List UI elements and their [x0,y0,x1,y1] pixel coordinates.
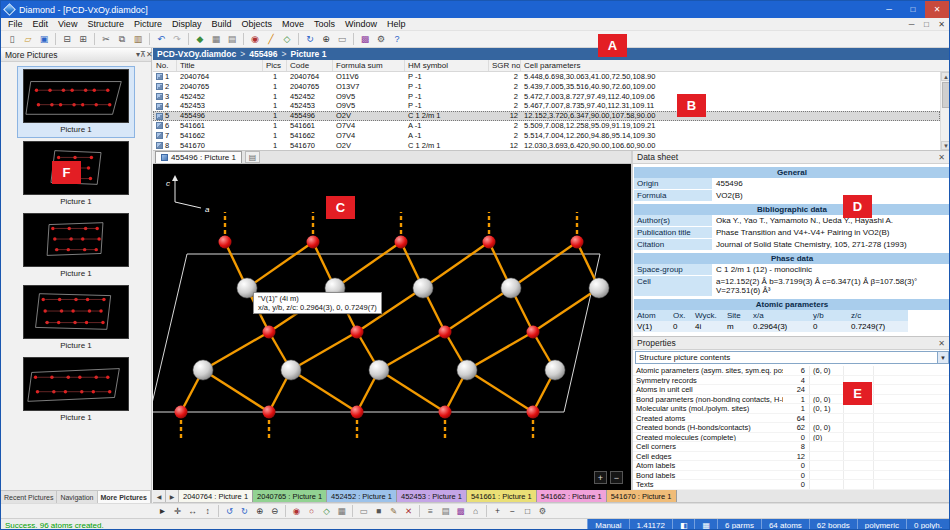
menu-item-help[interactable]: Help [382,18,411,30]
oxygen-atom[interactable] [307,236,320,249]
bond[interactable] [291,370,357,412]
bond[interactable] [533,288,599,332]
periodic-table-icon[interactable]: ▦ [208,32,224,47]
table-row[interactable]: 54554961455496O2VC 1 2/m 11212.152,3.720… [153,111,940,121]
oxygen-atom[interactable] [263,326,276,339]
help-icon[interactable]: ? [389,32,405,47]
thumbnail-image[interactable] [23,69,129,123]
select-arrow-icon[interactable]: ► [155,505,170,518]
column-header-no-[interactable]: No. [153,60,177,71]
menu-item-display[interactable]: Display [167,18,207,30]
bond-design-icon[interactable]: ╱ [263,32,279,47]
column-header-cell-parameters[interactable]: Cell parameters [521,60,950,71]
active-picture-tab[interactable]: 455496 : Picture 1 [155,151,242,163]
polyhedra-design-icon[interactable]: ◇ [279,32,295,47]
oxygen-atom[interactable] [439,406,452,419]
atom-design-icon[interactable]: ◉ [247,32,263,47]
copy-icon[interactable]: ⧉ [114,32,130,47]
minimize-button[interactable]: ─ [877,1,901,18]
table-row[interactable]: 2204076512040765O13V7P -125.439,7.005,35… [153,82,940,92]
oxygen-atom[interactable] [483,236,496,249]
breadcrumb-item[interactable]: 455496 [249,49,277,59]
table-scrollbar[interactable]: ▲ ▼ [940,72,950,150]
vanadium-atom[interactable] [457,360,477,380]
oxygen-atom[interactable] [527,326,540,339]
vanadium-atom[interactable] [281,360,301,380]
tabs-scroll-right-button[interactable]: ▶ [166,490,179,502]
scroll-up-icon[interactable]: ▲ [941,72,950,81]
edit-icon[interactable]: ✎ [386,505,401,518]
picture-tab[interactable]: 2040764 : Picture 1 [179,490,253,502]
thumbnail-item[interactable]: Picture 1 [18,283,134,353]
canvas-zoom-in-button[interactable]: + [594,471,607,484]
cut-icon[interactable]: ✂ [98,32,114,47]
oxygen-atom[interactable] [439,326,452,339]
bond[interactable] [511,242,577,288]
vanadium-atom[interactable] [193,360,213,380]
picture-tab[interactable]: 541662 : Picture 1 [537,490,607,502]
bond[interactable] [203,332,269,370]
child-minimize-icon[interactable]: ─ [904,20,919,29]
bond[interactable] [467,332,533,370]
bond[interactable] [335,242,401,288]
vanadium-atom[interactable] [413,278,433,298]
menu-item-objects[interactable]: Objects [236,18,277,30]
cell-edges-icon[interactable]: ▭ [356,505,371,518]
grow-plus-icon[interactable]: + [490,505,505,518]
options-icon[interactable]: ⚙ [373,32,389,47]
picture-tab[interactable]: 2040765 : Picture 1 [253,490,327,502]
home-view-icon[interactable]: ⌂ [468,505,483,518]
frame-icon[interactable]: □ [520,505,535,518]
new-structure-icon[interactable]: ◆ [192,32,208,47]
fill-cell-icon[interactable]: ■ [371,505,386,518]
table-row[interactable]: 34524521452452O9V5P -125.472,7.003,8.727… [153,92,940,102]
table-row[interactable]: 1204076412040764O11V6P -125.448,6.698,30… [153,72,940,82]
vanadium-atom[interactable] [589,278,609,298]
thumbnail-image[interactable] [23,357,129,411]
vanadium-atom[interactable] [545,360,565,380]
tabs-scroll-left-button[interactable]: ◀ [153,490,166,502]
menu-item-tools[interactable]: Tools [309,18,340,30]
bond[interactable] [247,242,313,288]
thumbnail-item[interactable]: Picture 1 [18,355,134,425]
data-sheet-close-icon[interactable]: ✕ [936,153,947,162]
tools-icon[interactable]: ⚙ [535,505,550,518]
table-icon[interactable]: ▤ [438,505,453,518]
data-sheet-icon[interactable]: ▤ [224,32,240,47]
maximize-button[interactable]: □ [901,1,925,18]
vanadium-atom[interactable] [369,360,389,380]
pattern-icon[interactable]: ▩ [453,505,468,518]
list-icon[interactable]: ≡ [423,505,438,518]
oxygen-atom[interactable] [351,406,364,419]
chevron-down-icon[interactable]: ▼ [937,352,948,363]
new-picture-tab-button[interactable]: ▤ [245,151,260,163]
bond[interactable] [291,332,357,370]
polyhedron-icon[interactable]: ◇ [319,505,334,518]
panel-tab-more-pictures[interactable]: More Pictures [98,491,151,503]
menu-item-move[interactable]: Move [277,18,309,30]
zoom-in-icon[interactable]: ⊕ [252,505,267,518]
vanadium-atom[interactable] [501,278,521,298]
menu-item-picture[interactable]: Picture [129,18,167,30]
properties-dropdown[interactable]: Structure picture contents ▼ [635,351,949,364]
breadcrumb-item[interactable]: Picture 1 [291,49,327,59]
save-icon[interactable]: ▣ [36,32,52,47]
menu-item-structure[interactable]: Structure [82,18,129,30]
picture-tab[interactable]: 452453 : Picture 1 [397,490,467,502]
picture-tab[interactable]: 541670 : Picture 1 [607,490,677,502]
panel-tab-navigation[interactable]: Navigation [57,491,97,503]
picture-tab[interactable]: 541661 : Picture 1 [467,490,537,502]
scroll-down-icon[interactable]: ▼ [941,141,950,150]
rotate-cw-icon[interactable]: ↻ [237,505,252,518]
grow-minus-icon[interactable]: − [505,505,520,518]
table-row[interactable]: 65416611541661O7V4A -125.509,7.008,12.25… [153,121,940,131]
bond[interactable] [379,332,445,370]
breadcrumb-item[interactable]: PCD-VxOy.diamdoc [157,49,236,59]
panel-close-icon[interactable]: ✕ [146,50,153,59]
undo-icon[interactable]: ↶ [153,32,169,47]
thumbnail-item[interactable]: Picture 1 [18,211,134,281]
menu-item-edit[interactable]: Edit [28,18,54,30]
add-contact-icon[interactable]: ○ [304,505,319,518]
menu-item-window[interactable]: Window [340,18,382,30]
redo-icon[interactable]: ↷ [169,32,185,47]
